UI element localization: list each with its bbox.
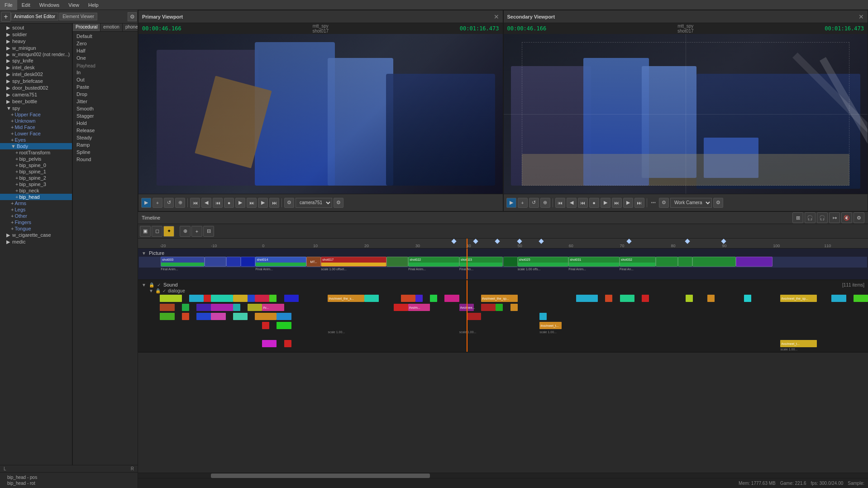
- tree-item-spy[interactable]: ▼ spy: [0, 105, 72, 111]
- sc4-1[interactable]: [262, 322, 269, 329]
- secondary-cam-settings-button[interactable]: ⚙: [713, 198, 723, 208]
- primary-rewind-button[interactable]: ⏮: [190, 198, 200, 208]
- sc-vol-3[interactable]: #vo/meet_the_sp...: [780, 295, 817, 302]
- tl-cursor-button[interactable]: ▣: [140, 226, 151, 237]
- secondary-add-button[interactable]: +: [518, 198, 528, 208]
- primary-forward-button[interactable]: ⏭: [269, 198, 279, 208]
- tl-add-button[interactable]: +: [191, 226, 202, 237]
- sc2-4[interactable]: [211, 304, 233, 311]
- tl-headphones-button[interactable]: 🎧: [805, 212, 816, 223]
- tree-item-soldier[interactable]: ▶ soldier: [0, 31, 72, 38]
- sc4-vol-1[interactable]: #vo/meet_t...: [539, 322, 561, 329]
- sc4-2[interactable]: [277, 322, 291, 329]
- proc-item-spline[interactable]: Spline: [73, 148, 138, 156]
- sc3-3[interactable]: [196, 313, 211, 320]
- sc3-4[interactable]: [211, 313, 225, 320]
- clip-shot023[interactable]: shot023: [459, 257, 503, 267]
- proc-tab-phoneme[interactable]: phoneme: [123, 24, 138, 31]
- primary-pause-button[interactable]: ●: [224, 198, 234, 208]
- sc2-vol-2[interactable]: #vo/m...: [408, 304, 430, 311]
- primary-play-button[interactable]: ▶: [141, 198, 151, 208]
- tl-add-track-button[interactable]: ⊕: [180, 226, 191, 237]
- secondary-next-button[interactable]: ▶: [623, 198, 633, 208]
- dialogue-visible[interactable]: ✓: [162, 288, 166, 293]
- timeline-scrollbar-thumb[interactable]: [211, 474, 430, 478]
- sc-3[interactable]: [204, 295, 211, 302]
- sc-20[interactable]: [707, 295, 715, 302]
- sc2-7[interactable]: [394, 304, 408, 311]
- sc-14[interactable]: [444, 295, 459, 302]
- proc-item-one[interactable]: One: [73, 54, 138, 62]
- sc-17[interactable]: [620, 295, 634, 302]
- sc3-2[interactable]: [182, 313, 189, 320]
- sc2-5[interactable]: [233, 304, 240, 311]
- tree-item-doorbusted[interactable]: ▶ door_busted002: [0, 85, 72, 91]
- primary-viewport-close[interactable]: ✕: [494, 13, 499, 20]
- tl-select-button[interactable]: ◻: [152, 226, 162, 237]
- proc-item-round[interactable]: Round: [73, 156, 138, 163]
- primary-playbtn2[interactable]: ▶: [235, 198, 245, 208]
- tree-item-other[interactable]: +Other: [0, 213, 72, 219]
- picture-expand-icon[interactable]: ▼: [142, 251, 146, 256]
- sc3-6[interactable]: [255, 313, 277, 320]
- tl-gear-button[interactable]: ⚙: [854, 212, 864, 223]
- proc-item-ramp[interactable]: Ramp: [73, 141, 138, 148]
- secondary-camera-select[interactable]: Work Camera: [670, 198, 712, 208]
- tab-animation-set-editor[interactable]: Animation Set Editor: [11, 13, 58, 20]
- tree-item-bipspine1[interactable]: +bip_spine_1: [0, 168, 72, 175]
- add-animation-set-button[interactable]: +: [1, 12, 11, 22]
- menu-file[interactable]: File: [0, 0, 17, 10]
- tree-item-inteldesk002[interactable]: ▶ intel_desk002: [0, 71, 72, 78]
- tl-headphones2-button[interactable]: 🎧: [817, 212, 828, 223]
- secondary-prevframe-button[interactable]: ⏮: [578, 198, 588, 208]
- tree-item-tongue[interactable]: +Tongue: [0, 225, 72, 232]
- clip-sh4[interactable]: [678, 257, 692, 267]
- sound-expand-icon[interactable]: ▼: [142, 282, 146, 287]
- tl-transform-button[interactable]: ✦: [163, 226, 174, 237]
- sc2-10[interactable]: [510, 304, 518, 311]
- proc-item-default[interactable]: Default: [73, 33, 138, 40]
- sc-18[interactable]: [642, 295, 649, 302]
- clip-shot-last[interactable]: [692, 257, 736, 267]
- settings-button[interactable]: ⚙: [128, 12, 137, 21]
- sc2-9[interactable]: [496, 304, 503, 311]
- sc2-8[interactable]: [481, 304, 496, 311]
- menu-windows[interactable]: Windows: [35, 0, 64, 10]
- timeline-scrollbar[interactable]: [138, 473, 868, 478]
- tree-item-spybriefcase[interactable]: ▶ spy_briefcase: [0, 78, 72, 85]
- sc6-vol-1[interactable]: #vo/meet_t...: [780, 340, 817, 347]
- sc-11[interactable]: [401, 295, 415, 302]
- sc-23[interactable]: [854, 295, 868, 302]
- menu-view[interactable]: View: [64, 0, 84, 10]
- proc-item-half[interactable]: Half: [73, 47, 138, 54]
- tree-item-wminigun[interactable]: ▶ w_minigun: [0, 45, 72, 52]
- clip-s1[interactable]: [241, 257, 255, 267]
- tree-item-beerbottle[interactable]: ▶ beer_bottle: [0, 98, 72, 105]
- sc3-8[interactable]: [467, 313, 481, 320]
- sc-22[interactable]: [831, 295, 846, 302]
- sc3-1[interactable]: [160, 313, 174, 320]
- clip-shot032[interactable]: shot032: [620, 257, 656, 267]
- clip-shot003[interactable]: shot003: [161, 257, 205, 267]
- clip-s2[interactable]: [503, 257, 518, 267]
- proc-item-in[interactable]: In: [73, 69, 138, 76]
- tl-collapse-button[interactable]: ⊟: [203, 226, 214, 237]
- primary-prevframe-button[interactable]: ⏮: [213, 198, 223, 208]
- tree-item-bipneck[interactable]: +bip_neck: [0, 187, 72, 194]
- sc2-6[interactable]: [248, 304, 262, 311]
- proc-item-paste[interactable]: Paste: [73, 83, 138, 91]
- track-entry-biphead-pos[interactable]: bip_head - pos: [4, 474, 134, 480]
- sc-16[interactable]: [605, 295, 612, 302]
- sc2-vol-1[interactable]: #v...: [262, 304, 284, 311]
- primary-next-button[interactable]: ▶: [258, 198, 268, 208]
- secondary-rewind-button[interactable]: ⏮: [555, 198, 565, 208]
- tree-item-midface[interactable]: +Mid Face: [0, 124, 72, 130]
- secondary-loop-button[interactable]: ↺: [529, 198, 539, 208]
- tree-item-upperface[interactable]: +Upper Face: [0, 111, 72, 118]
- tree-item-camera751[interactable]: ▶ camera751: [0, 91, 72, 98]
- tree-item-fingers[interactable]: +Fingers: [0, 219, 72, 225]
- tree-item-body[interactable]: ▼Body: [0, 143, 72, 149]
- primary-add-button[interactable]: +: [153, 198, 162, 208]
- secondary-record-button[interactable]: ⊕: [540, 198, 550, 208]
- clip-shot017[interactable]: shot017: [321, 257, 386, 267]
